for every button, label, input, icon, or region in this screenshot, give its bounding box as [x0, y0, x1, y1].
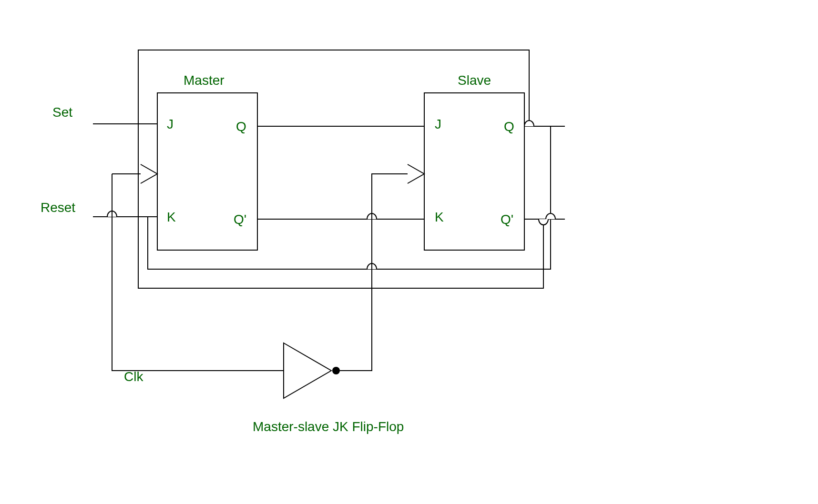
- wire-hop-6: [546, 213, 555, 219]
- diagram-caption: Master-slave JK Flip-Flop: [253, 419, 404, 434]
- feedback-bottom-wire: [148, 126, 551, 269]
- master-q-label: Q: [236, 119, 246, 134]
- clk-wire-right: [340, 174, 408, 371]
- reset-label: Reset: [41, 200, 75, 215]
- clk-label: Clk: [124, 369, 143, 384]
- wire-hop-5: [539, 219, 548, 225]
- inverter-gate: [284, 343, 331, 398]
- set-label: Set: [52, 105, 72, 120]
- slave-q-label: Q: [504, 119, 514, 134]
- master-title: Master: [184, 73, 225, 88]
- slave-k-label: K: [435, 210, 444, 224]
- inverter-bubble: [332, 367, 340, 374]
- master-qbar-label: Q': [234, 212, 246, 227]
- master-k-label: K: [167, 210, 176, 224]
- slave-qbar-label: Q': [501, 212, 513, 227]
- master-clock-triangle: [141, 164, 157, 183]
- wire-hop-4: [524, 121, 534, 126]
- master-j-label: J: [167, 117, 174, 131]
- slave-j-label: J: [435, 117, 441, 131]
- slave-clock-triangle: [408, 164, 424, 183]
- slave-title: Slave: [458, 73, 491, 88]
